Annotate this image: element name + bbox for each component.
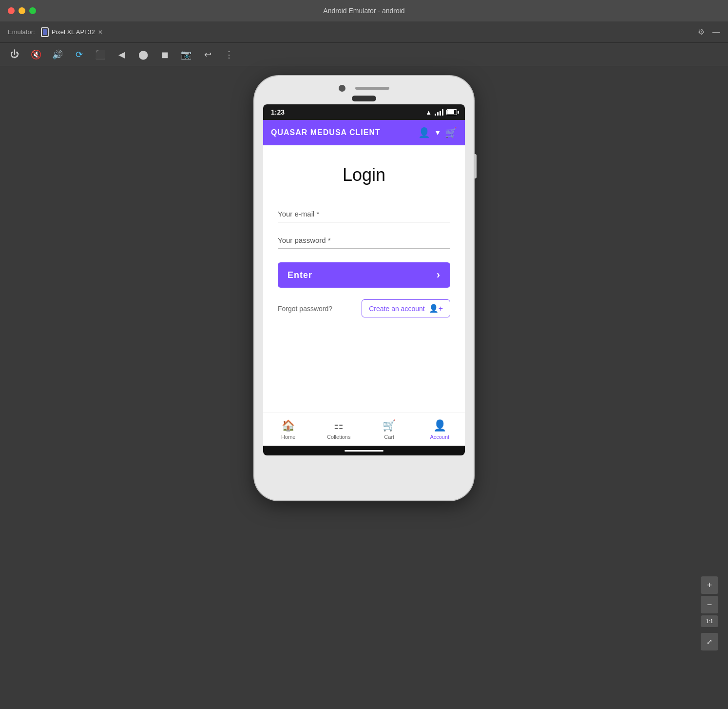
emulator-area: 1:23 ▲	[0, 66, 728, 709]
status-time: 1:23	[271, 108, 285, 116]
create-account-button[interactable]: Create an account 👤+	[362, 299, 450, 317]
emulator-bar: Emulator: Pixel XL API 32 ✕ ⚙ —	[0, 21, 728, 43]
nav-cart[interactable]: 🛒 Cart	[364, 419, 415, 440]
app-bar-actions: 👤 ▼ 🛒	[418, 127, 457, 138]
titlebar-title: Android Emulator - android	[323, 7, 404, 15]
phone-notch	[352, 96, 376, 101]
nav-account[interactable]: 👤 Account	[415, 419, 465, 440]
maximize-button[interactable]	[29, 7, 36, 14]
app-title: QUASAR MEDUSA CLIENT	[271, 128, 381, 137]
account-nav-icon: 👤	[433, 419, 446, 432]
enter-label: Enter	[287, 270, 312, 280]
recent-button[interactable]: ◼	[158, 48, 172, 61]
cart-nav-icon: 🛒	[383, 419, 396, 432]
app-bar: QUASAR MEDUSA CLIENT 👤 ▼ 🛒	[263, 120, 465, 145]
home-nav-label: Home	[281, 434, 295, 440]
controls-bar: ⏻ 🔇 🔊 ⟳ ⬛ ◀ ⬤ ◼ 📷 ↩ ⋮	[0, 43, 728, 66]
nav-home[interactable]: 🏠 Home	[263, 419, 314, 440]
rotate-button[interactable]: ⟳	[72, 48, 86, 61]
zoom-out-button[interactable]: −	[701, 596, 718, 613]
phone-screen: 1:23 ▲	[263, 104, 465, 455]
replay-button[interactable]: ↩	[201, 48, 214, 61]
dropdown-icon[interactable]: ▼	[434, 129, 441, 137]
person-add-icon: 👤+	[429, 304, 443, 313]
collections-nav-label: Colletions	[327, 434, 350, 440]
account-nav-label: Account	[430, 434, 449, 440]
back-button[interactable]: ◀	[115, 48, 129, 61]
form-bottom: Forgot password? Create an account 👤+	[278, 299, 450, 317]
zoom-controls: + − 1:1 ⤢	[701, 576, 718, 650]
forgot-password-link[interactable]: Forgot password?	[278, 305, 332, 313]
password-underline	[278, 248, 450, 249]
more-button[interactable]: ⋮	[222, 48, 236, 61]
login-title: Login	[278, 165, 450, 185]
power-button[interactable]: ⏻	[8, 48, 21, 61]
device-tab[interactable]: Pixel XL API 32 ✕	[41, 27, 103, 37]
nav-collections[interactable]: ⚏ Colletions	[314, 419, 364, 440]
bottom-nav: 🏠 Home ⚏ Colletions 🛒 Cart 👤 Account	[263, 413, 465, 446]
side-button	[474, 154, 477, 178]
enter-arrow-icon: ›	[437, 269, 441, 281]
collections-nav-icon: ⚏	[334, 419, 344, 432]
collapse-icon[interactable]: —	[712, 28, 720, 37]
gesture-line	[345, 450, 383, 452]
volume-up-button[interactable]: 🔊	[51, 48, 64, 61]
battery-icon	[446, 109, 457, 115]
cart-nav-label: Cart	[384, 434, 394, 440]
enter-button[interactable]: Enter ›	[278, 262, 450, 288]
email-label: Your e-mail *	[278, 210, 450, 218]
password-field[interactable]: Your password *	[278, 236, 450, 249]
titlebar: Android Emulator - android	[0, 0, 728, 21]
camera	[339, 85, 345, 92]
email-field[interactable]: Your e-mail *	[278, 210, 450, 222]
home-nav-icon: 🏠	[282, 419, 295, 432]
home-button[interactable]: ⬤	[136, 48, 150, 61]
gesture-bar	[263, 446, 465, 455]
device-icon	[41, 27, 49, 37]
wifi-icon: ▲	[425, 109, 432, 116]
volume-down-button[interactable]: 🔇	[29, 48, 43, 61]
email-underline	[278, 222, 450, 222]
window-controls[interactable]	[8, 7, 36, 14]
settings-icon[interactable]: ⚙	[698, 27, 705, 37]
zoom-ratio-label: 1:1	[701, 615, 718, 627]
status-icons: ▲	[425, 109, 457, 116]
password-label: Your password *	[278, 236, 450, 244]
cart-icon[interactable]: 🛒	[445, 127, 457, 138]
account-icon[interactable]: 👤	[418, 127, 430, 138]
speaker	[355, 87, 389, 90]
emulator-actions: ⚙ —	[698, 27, 720, 37]
emulator-label: Emulator:	[8, 28, 35, 36]
login-content: Login Your e-mail * Your password * Ente…	[263, 145, 465, 413]
zoom-in-button[interactable]: +	[701, 576, 718, 594]
phone-top	[263, 85, 465, 92]
status-bar: 1:23 ▲	[263, 104, 465, 120]
close-tab-button[interactable]: ✕	[98, 29, 103, 36]
minimize-button[interactable]	[19, 7, 25, 14]
close-button[interactable]	[8, 7, 15, 14]
create-account-label: Create an account	[369, 305, 424, 313]
fold-button[interactable]: ⬛	[94, 48, 107, 61]
fullscreen-button[interactable]: ⤢	[701, 633, 718, 650]
signal-icon	[435, 109, 443, 116]
screenshot-button[interactable]: 📷	[179, 48, 193, 61]
phone-shell: 1:23 ▲	[254, 76, 474, 500]
device-name: Pixel XL API 32	[52, 28, 95, 36]
